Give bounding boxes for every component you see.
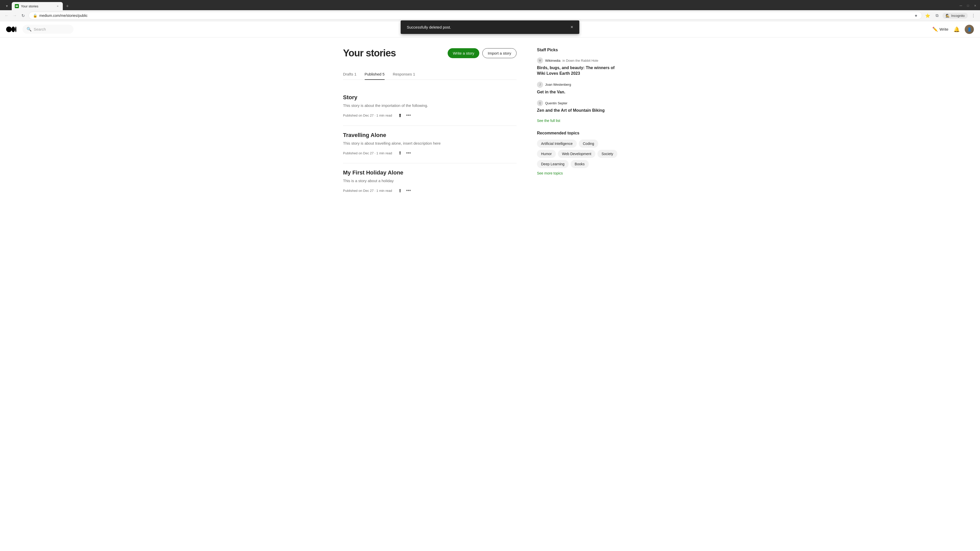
share-btn[interactable]: ⬆ (397, 112, 403, 119)
share-icon: ⬆ (398, 188, 402, 194)
story-meta: Published on Dec 27 · 1 min read ⬆ ••• (343, 112, 517, 119)
search-placeholder: Search (34, 27, 46, 32)
topics-grid: Artificial Intelligence Coding Humor Web… (537, 140, 619, 168)
page-content: 🔍 Search ✏️ Write 🔔 👤 Successfully delet… (0, 21, 980, 549)
staff-picks-title: Staff Picks (537, 48, 619, 52)
split-screen-btn[interactable]: ⧉ (933, 12, 940, 19)
main-layout: Your stories Write a story Import a stor… (337, 38, 643, 211)
topic-coding[interactable]: Coding (579, 140, 598, 148)
topic-web-development[interactable]: Web Development (558, 150, 595, 158)
bookmark-btn[interactable]: ⭐ (924, 12, 931, 19)
staff-pick-author: Q Quentin Septer (537, 100, 619, 106)
forward-btn[interactable]: → (11, 12, 18, 19)
svg-point-0 (16, 6, 17, 7)
svg-point-4 (15, 27, 17, 32)
toast-container: Successfully deleted post. × (401, 21, 579, 34)
author-name: Wikimedia (545, 59, 560, 62)
tab-extras: ─ □ × (958, 3, 978, 10)
story-date-read: Published on Dec 27 · 1 min read (343, 114, 392, 118)
topic-deep-learning[interactable]: Deep Learning (537, 160, 569, 168)
story-tabs: Drafts 1 Published 5 Responses 1 (343, 69, 517, 80)
story-list: Story This story is about the importatio… (343, 88, 517, 201)
story-title[interactable]: Story (343, 94, 517, 101)
staff-pick-title[interactable]: Birds, bugs, and beauty: The winners of … (537, 65, 619, 76)
tab-drafts[interactable]: Drafts 1 (343, 69, 356, 80)
topic-books[interactable]: Books (571, 160, 589, 168)
story-item: My First Holiday Alone This is a story a… (343, 163, 517, 201)
incognito-icon: 🕵 (945, 14, 950, 17)
publication-name: in Down the Rabbit Hole (563, 59, 598, 62)
back-btn[interactable]: ← (3, 12, 10, 19)
topic-society[interactable]: Society (597, 150, 617, 158)
url-display: medium.com/me/stories/public (39, 14, 912, 17)
share-btn[interactable]: ⬆ (397, 187, 403, 195)
write-btn[interactable]: ✏️ Write (932, 27, 948, 32)
sidebar: Staff Picks W Wikimedia in Down the Rabb… (537, 48, 619, 201)
story-actions: ⬆ ••• (397, 112, 412, 119)
story-date-read: Published on Dec 27 · 1 min read (343, 151, 392, 155)
write-icon: ✏️ (932, 27, 938, 32)
share-icon: ⬆ (398, 113, 402, 118)
toast-message: Successfully deleted post. (407, 25, 451, 29)
search-icon: 🔍 (27, 27, 32, 32)
author-avatar: W (537, 57, 543, 64)
story-excerpt: This is a story about a holiday (343, 178, 517, 184)
story-meta: Published on Dec 27 · 1 min read ⬆ ••• (343, 187, 517, 195)
import-story-btn[interactable]: Import a story (482, 48, 517, 58)
content-area: Your stories Write a story Import a stor… (343, 48, 517, 201)
more-options-btn[interactable]: ••• (405, 112, 412, 119)
tab-close-btn[interactable]: × (56, 4, 60, 8)
close-window-btn[interactable]: × (972, 3, 978, 8)
browser-nav-buttons: ← → ↻ (3, 12, 27, 19)
more-options-btn[interactable]: ••• (405, 149, 412, 157)
toast-notification: Successfully deleted post. × (401, 21, 579, 34)
menu-btn[interactable]: ⋮ (970, 12, 977, 19)
recommended-topics-section: Recommended topics Artificial Intelligen… (537, 131, 619, 175)
write-story-btn[interactable]: Write a story (448, 48, 479, 58)
toast-close-btn[interactable]: × (570, 24, 573, 30)
staff-pick-author: W Wikimedia in Down the Rabbit Hole (537, 57, 619, 64)
refresh-btn[interactable]: ↻ (19, 12, 27, 19)
incognito-btn[interactable]: 🕵 Incognito (942, 13, 968, 19)
medium-logo[interactable] (6, 27, 16, 32)
minimize-btn[interactable]: ─ (958, 3, 964, 8)
search-box[interactable]: 🔍 Search (22, 25, 73, 34)
see-more-topics-link[interactable]: See more topics (537, 171, 619, 175)
author-avatar: Q (537, 100, 543, 106)
tab-title: Your stories (21, 4, 54, 8)
staff-pick-item: J Joan Westenberg Get in the Van. (537, 82, 619, 95)
share-icon: ⬆ (398, 150, 402, 156)
tab-published[interactable]: Published 5 (365, 69, 385, 80)
active-tab[interactable]: Your stories × (12, 2, 63, 10)
notification-btn[interactable]: 🔔 (953, 25, 961, 33)
share-btn[interactable]: ⬆ (397, 149, 403, 157)
svg-rect-1 (17, 6, 18, 7)
tab-favicon (15, 4, 19, 8)
topic-artificial-intelligence[interactable]: Artificial Intelligence (537, 140, 577, 148)
more-icon: ••• (406, 151, 411, 156)
more-icon: ••• (406, 113, 411, 118)
tab-bar: ▼ Your stories × + ─ □ × (0, 0, 980, 10)
author-avatar: J (537, 82, 543, 88)
tab-responses[interactable]: Responses 1 (393, 69, 415, 80)
maximize-btn[interactable]: □ (965, 3, 971, 8)
topic-humor[interactable]: Humor (537, 150, 556, 158)
staff-pick-title[interactable]: Zen and the Art of Mountain Biking (537, 108, 619, 113)
story-date-read: Published on Dec 27 · 1 min read (343, 189, 392, 192)
story-title[interactable]: My First Holiday Alone (343, 169, 517, 176)
page-header: Your stories Write a story Import a stor… (343, 48, 517, 59)
write-label: Write (939, 27, 948, 32)
toolbar-right: ⭐ ⧉ 🕵 Incognito ⋮ (924, 12, 977, 19)
user-avatar[interactable]: 👤 (965, 25, 974, 34)
staff-pick-item: W Wikimedia in Down the Rabbit Hole Bird… (537, 57, 619, 76)
more-options-btn[interactable]: ••• (405, 187, 412, 194)
tab-dropdown-btn[interactable]: ▼ (4, 3, 10, 9)
page-title: Your stories (343, 48, 396, 59)
address-bar[interactable]: 🔒 medium.com/me/stories/public ★ (29, 12, 922, 19)
see-full-list-link[interactable]: See the full list (537, 119, 619, 123)
story-title[interactable]: Travelling Alone (343, 132, 517, 138)
more-icon: ••• (406, 188, 411, 193)
story-actions: ⬆ ••• (397, 187, 412, 195)
staff-pick-title[interactable]: Get in the Van. (537, 89, 619, 95)
new-tab-btn[interactable]: + (64, 3, 71, 10)
